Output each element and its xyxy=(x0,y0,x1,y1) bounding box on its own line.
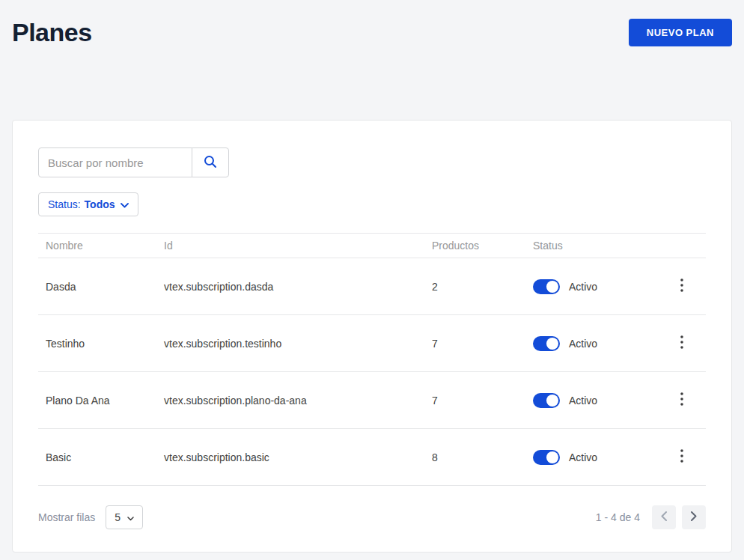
rows-per-page-label: Mostrar filas xyxy=(38,511,95,523)
cell-status: Activo xyxy=(533,336,665,351)
status-toggle[interactable] xyxy=(533,450,560,465)
cell-name: Dasda xyxy=(46,281,164,293)
toggle-knob xyxy=(546,281,558,293)
table-footer: Mostrar filas 5 1 - 4 de 4 xyxy=(38,505,706,529)
cell-actions xyxy=(665,332,698,356)
chevron-down-icon xyxy=(127,511,134,523)
search-icon xyxy=(204,155,217,171)
cell-status: Activo xyxy=(533,279,665,294)
next-page-button[interactable] xyxy=(682,505,706,529)
kebab-icon xyxy=(680,335,683,351)
status-filter[interactable]: Status: Todos xyxy=(38,192,138,216)
status-toggle[interactable] xyxy=(533,393,560,408)
kebab-icon xyxy=(680,279,683,294)
cell-id: vtex.subscription.basic xyxy=(164,451,432,463)
page-header: Planes NUEVO PLAN xyxy=(12,0,732,48)
cell-status: Activo xyxy=(533,450,665,465)
cell-products: 7 xyxy=(432,395,533,407)
rows-per-page-select[interactable]: 5 xyxy=(106,505,143,529)
plans-card: Status: Todos Nombre Id Productos Status… xyxy=(12,120,732,553)
kebab-icon xyxy=(680,449,683,465)
status-label: Activo xyxy=(569,281,597,293)
column-header-nombre: Nombre xyxy=(46,240,164,252)
toggle-knob xyxy=(546,395,558,407)
filter-row: Status: Todos xyxy=(38,192,706,216)
status-filter-label: Status: xyxy=(48,198,81,210)
pagination: 1 - 4 de 4 xyxy=(596,505,706,529)
column-header-id: Id xyxy=(164,240,432,252)
table-row[interactable]: Plano Da Ana vtex.subscription.plano-da-… xyxy=(38,372,706,429)
status-label: Activo xyxy=(569,451,597,463)
plans-table: Nombre Id Productos Status Dasda vtex.su… xyxy=(38,233,706,486)
cell-actions xyxy=(665,275,698,299)
cell-products: 8 xyxy=(432,451,533,463)
cell-id: vtex.subscription.dasda xyxy=(164,281,432,293)
new-plan-button[interactable]: NUEVO PLAN xyxy=(629,19,732,46)
cell-status: Activo xyxy=(533,393,665,408)
column-header-status: Status xyxy=(533,240,665,252)
status-toggle[interactable] xyxy=(533,336,560,351)
table-row[interactable]: Testinho vtex.subscription.testinho 7 Ac… xyxy=(38,315,706,372)
chevron-down-icon xyxy=(119,198,129,210)
rows-per-page: Mostrar filas 5 xyxy=(38,505,143,529)
cell-actions xyxy=(665,445,698,469)
search-bar xyxy=(38,147,706,177)
table-row[interactable]: Basic vtex.subscription.basic 8 Activo xyxy=(38,429,706,486)
status-label: Activo xyxy=(569,338,597,350)
cell-products: 2 xyxy=(432,281,533,293)
row-menu-button[interactable] xyxy=(670,275,694,299)
row-menu-button[interactable] xyxy=(670,389,694,413)
table-row[interactable]: Dasda vtex.subscription.dasda 2 Activo xyxy=(38,258,706,315)
status-filter-value: Todos xyxy=(85,198,115,210)
cell-actions xyxy=(665,389,698,413)
page-title: Planes xyxy=(12,18,92,47)
planes-page: Planes NUEVO PLAN Status: Todos xyxy=(0,0,744,560)
pagination-range: 1 - 4 de 4 xyxy=(596,511,640,523)
status-label: Activo xyxy=(569,395,597,407)
chevron-left-icon xyxy=(661,511,667,523)
column-header-productos: Productos xyxy=(432,240,533,252)
toggle-knob xyxy=(546,338,558,350)
cell-id: vtex.subscription.testinho xyxy=(164,338,432,350)
search-button[interactable] xyxy=(192,147,229,177)
row-menu-button[interactable] xyxy=(670,445,694,469)
rows-per-page-value: 5 xyxy=(115,511,121,523)
chevron-right-icon xyxy=(691,511,697,523)
cell-name: Basic xyxy=(46,451,164,463)
cell-products: 7 xyxy=(432,338,533,350)
table-header: Nombre Id Productos Status xyxy=(38,233,706,258)
toggle-knob xyxy=(546,451,558,463)
status-toggle[interactable] xyxy=(533,279,560,294)
search-input[interactable] xyxy=(38,147,192,177)
cell-name: Testinho xyxy=(46,338,164,350)
row-menu-button[interactable] xyxy=(670,332,694,356)
cell-name: Plano Da Ana xyxy=(46,395,164,407)
cell-id: vtex.subscription.plano-da-ana xyxy=(164,395,432,407)
kebab-icon xyxy=(680,392,683,408)
prev-page-button[interactable] xyxy=(652,505,676,529)
pager-buttons xyxy=(652,505,706,529)
